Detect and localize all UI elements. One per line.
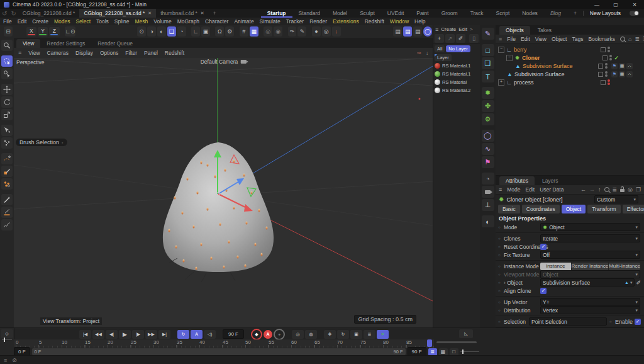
tree-row-process[interactable]: + ∟ process [498,78,644,86]
sculpt-pull-brush-tool[interactable] [1,153,13,164]
up-vector-dropdown[interactable]: Y+ [540,298,640,306]
minimize-button[interactable]: — [587,0,606,9]
mesh-check-icon[interactable]: ✕ [377,330,389,339]
timeline-ruler[interactable]: 0 5 10 15 20 25 30 35 40 45 50 55 60 65 … [14,339,434,348]
interactive-render-button[interactable]: ◯ [423,26,432,37]
texture-mode-icon[interactable]: ◔ [177,26,186,37]
layer-chip[interactable]: Layer [435,54,452,61]
document-tab-active[interactable]: CGblog_221208_ss.c4d * ✕ [79,9,156,18]
menu-edit[interactable]: Edit [18,18,27,25]
om-menu-view[interactable]: View [535,36,547,42]
menu-mograph[interactable]: MoGraph [177,18,199,25]
vp-menu-cameras[interactable]: Cameras [47,50,69,56]
material-item[interactable]: RS Material.1 [433,62,480,70]
current-frame-field[interactable]: 90 F [223,329,244,339]
cube-primitive-icon[interactable]: ❑ [482,57,494,69]
keyframe-diamond-icon[interactable]: ◇ [1,329,13,338]
om-menu-bookmarks[interactable]: Bookmarks [588,36,615,42]
collapse-icon[interactable]: − [498,47,504,53]
camera-object-icon[interactable] [482,186,494,198]
axis-z-lock-button[interactable]: Z [49,27,59,37]
axis-x-lock-button[interactable]: X [26,27,36,37]
search-icon[interactable] [620,37,625,42]
cloner-icon[interactable]: ✹ [482,87,494,99]
layout-tab-nodes[interactable]: Nodes [516,9,544,18]
clones-dropdown[interactable]: Iterate [540,234,640,242]
redo-icon[interactable]: ↻ [9,10,18,17]
material-node-icon[interactable]: ◐ [482,215,494,227]
layer-square[interactable] [601,47,606,52]
flag-tag-icon[interactable]: ⚑ [611,71,618,77]
hamburger-icon[interactable]: ≡ [435,26,438,33]
visibility-dots[interactable] [608,79,610,85]
document-tab[interactable]: CGblog_221208.c4d * [18,9,80,18]
render-view-button[interactable]: ▤ [393,26,402,37]
tree-row-subdivision-surface[interactable]: ▲ Subdivision Surface ⚑ ▦ ∴ [498,62,644,70]
pen-icon[interactable]: ✎ [297,26,306,37]
spline-smooth-tool[interactable] [1,219,13,230]
selection-tag-icon[interactable]: ∴ [626,63,633,69]
tree-row-subdivision-surface[interactable]: ▲ Subdivision Surface ⚑ ▦ ∴ [498,70,644,78]
filter-all-button[interactable]: All [435,45,445,52]
menu-file[interactable]: File [3,18,12,25]
visibility-dots[interactable] [608,47,610,52]
up-arrow-icon[interactable]: ↑ [598,186,601,193]
menu-simulate[interactable]: Simulate [260,18,280,25]
snap-rotate-icon[interactable]: ↻ [337,330,349,339]
environment-icon[interactable]: ◔ [482,173,494,185]
align-clone-checkbox[interactable]: ✓ [540,288,547,294]
snap-magnet-icon[interactable]: Ω [215,26,224,37]
distribution-dropdown[interactable]: Vertex [540,306,640,314]
layout-tab-groom[interactable]: Groom [435,9,464,18]
line-cut-tool[interactable] [1,207,13,218]
layout-tab-standard[interactable]: Standard [292,9,327,18]
fracture-icon[interactable]: ✤ [482,100,494,112]
am-menu-mode[interactable]: Mode [507,186,520,193]
deformer-icon[interactable]: ◯ [482,130,494,142]
previous-key-button[interactable]: ◀◀ [92,330,104,339]
timeline-mini-slider[interactable] [2,339,12,340]
record-position-button[interactable]: ◎ [292,330,304,339]
add-material-button[interactable]: + [435,34,444,43]
popout-icon[interactable]: ❐ [636,186,641,193]
timeline-zoom-slider[interactable] [460,351,479,352]
materials-menu-more[interactable]: > [470,26,473,32]
selection-tag-icon[interactable]: ∴ [626,71,633,77]
list-view-icon[interactable]: ≣ [428,348,437,356]
live-selection-tool[interactable] [1,55,13,67]
visibility-dots[interactable] [605,71,608,77]
filter-no-layer-button[interactable]: No Layer [446,45,470,52]
material-eyedropper-icon[interactable]: ✐ [456,34,465,43]
next-frame-button[interactable]: |▶ [132,330,144,339]
paint-sphere-icon[interactable]: ● [312,26,321,37]
reset-coordinates-checkbox[interactable]: ✓ [540,244,547,250]
vp-paint-icon[interactable]: ✑ [417,50,421,56]
filter-icon[interactable]: ≣ [635,36,640,42]
render-picture-viewer-button[interactable]: ▤ [403,26,412,37]
layout-toggle[interactable] [630,11,639,16]
collapse-icon[interactable]: − [506,55,513,61]
home-icon[interactable]: ⌂ [628,36,631,42]
menu-help[interactable]: Help [414,18,425,25]
layout-tab-uvedit[interactable]: UVEdit [381,9,410,18]
status-menu-icon[interactable]: ≡ [4,357,7,363]
hamburger-icon[interactable]: ≡ [499,36,502,42]
center-axis-icon[interactable]: ◉ [274,26,282,37]
goto-end-button[interactable]: ▶| [158,330,170,339]
effector-icon[interactable]: ⚙ [482,113,494,125]
projection-label[interactable]: Perspective [16,59,44,65]
mirror-icon[interactable]: ◎ [264,26,272,37]
playhead[interactable] [427,339,432,347]
expand-icon[interactable]: + [498,79,504,86]
material-item[interactable]: RS Material.1 [433,70,480,78]
previous-frame-button[interactable]: ◀| [106,330,118,339]
new-layouts-button[interactable]: New Layouts [584,9,627,18]
snap-move-tool[interactable] [1,137,13,149]
menu-spline[interactable]: Spline [114,18,130,25]
fix-texture-dropdown[interactable]: Off [540,251,640,259]
material-item[interactable]: RS Material [433,78,480,86]
vp-menu-redshift[interactable]: Redshift [165,50,184,56]
quantize-icon[interactable]: ▦ [250,26,258,37]
snap-settings-icon[interactable]: ⚙ [225,26,234,37]
sound-button[interactable]: ◁) [204,330,216,339]
